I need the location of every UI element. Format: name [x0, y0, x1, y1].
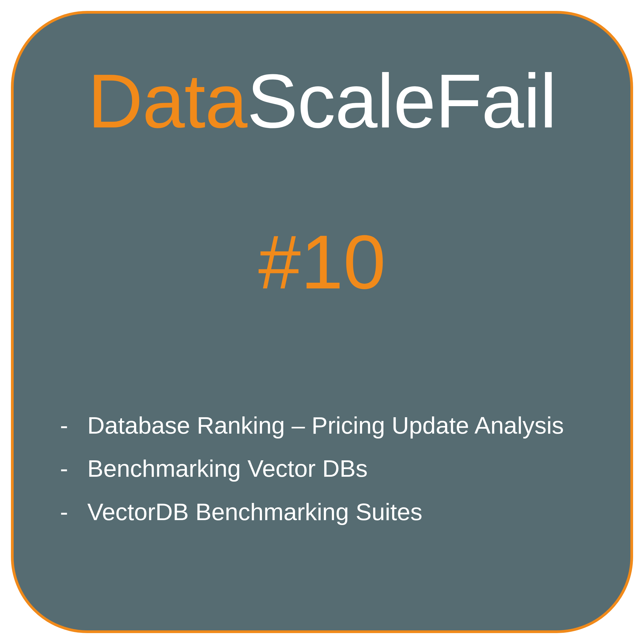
title: DataScaleFail: [52, 63, 592, 139]
issue-number: #10: [52, 224, 592, 300]
title-rest: ScaleFail: [247, 58, 556, 144]
list-item: - Benchmarking Vector DBs: [60, 447, 592, 490]
bullet-text: Database Ranking – Pricing Update Analys…: [87, 404, 592, 447]
list-item: - VectorDB Benchmarking Suites: [60, 490, 592, 533]
bullet-list: - Database Ranking – Pricing Update Anal…: [52, 404, 592, 533]
bullet-text: Benchmarking Vector DBs: [87, 447, 592, 490]
list-item: - Database Ranking – Pricing Update Anal…: [60, 404, 592, 447]
bullet-dash: -: [60, 447, 87, 490]
bullet-dash: -: [60, 490, 87, 533]
bullet-dash: -: [60, 404, 87, 447]
bullet-text: VectorDB Benchmarking Suites: [87, 490, 592, 533]
content-card: DataScaleFail #10 - Database Ranking – P…: [11, 11, 633, 633]
title-accent: Data: [88, 58, 247, 144]
